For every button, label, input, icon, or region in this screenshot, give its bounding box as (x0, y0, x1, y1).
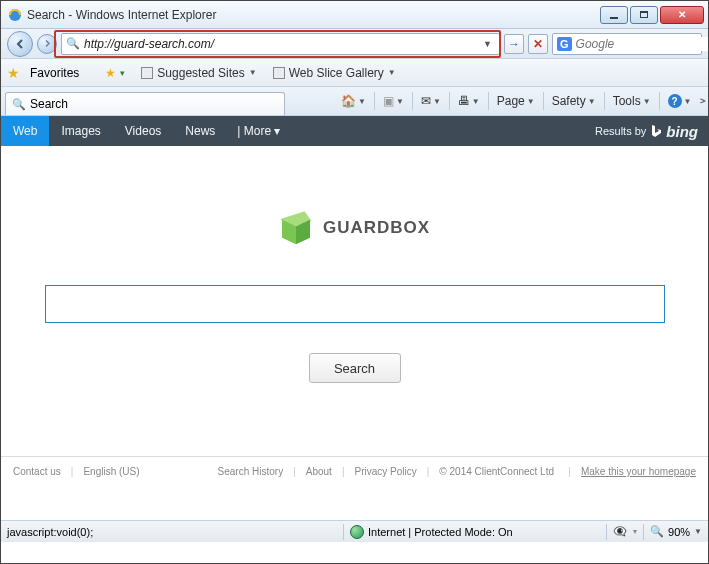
main-search-box[interactable] (45, 285, 665, 323)
footer-contact[interactable]: Contact us (13, 466, 61, 477)
browser-search-box[interactable]: G 🔍 ▾ (552, 33, 702, 55)
page-content: Web Images Videos News | More ▾ Results … (1, 116, 708, 520)
tab-search-icon: 🔍 (12, 98, 26, 111)
favorites-label[interactable]: Favorites (30, 66, 79, 80)
page-label: Page (497, 94, 525, 108)
forward-button[interactable] (37, 34, 57, 54)
close-button[interactable]: ✕ (660, 6, 704, 24)
security-zone[interactable]: Internet | Protected Mode: On (350, 525, 513, 539)
tab-images[interactable]: Images (49, 116, 112, 146)
page-footer: Contact us | English (US) Search History… (1, 456, 708, 486)
web-slice-icon (273, 67, 285, 79)
favorites-suggested-sites[interactable]: Suggested Sites ▼ (137, 64, 260, 82)
footer-language[interactable]: English (US) (83, 466, 139, 477)
bing-icon (650, 124, 662, 138)
zoom-icon: 🔍 (650, 525, 664, 538)
globe-icon (350, 525, 364, 539)
tab-news[interactable]: News (173, 116, 227, 146)
footer-copyright: © 2014 ClientConnect Ltd (439, 466, 554, 477)
suggested-sites-label: Suggested Sites (157, 66, 244, 80)
favorites-web-slice[interactable]: Web Slice Gallery ▼ (269, 64, 400, 82)
navigation-bar: 🔍 ▼ → ✕ G 🔍 ▾ (1, 29, 708, 59)
safety-label: Safety (552, 94, 586, 108)
footer-history[interactable]: Search History (218, 466, 284, 477)
tab-title: Search (30, 97, 68, 111)
command-bar: 🏠▼ ▣▼ ✉▼ 🖶▼ Page▼ Safety▼ Tools▼ ?▼ >> (301, 87, 708, 115)
page-menu[interactable]: Page▼ (493, 92, 539, 110)
mail-icon: ✉ (421, 94, 431, 108)
go-button[interactable]: → (504, 34, 524, 54)
tab-strip: 🔍 Search (1, 87, 301, 115)
bing-logo-text: bing (666, 123, 698, 140)
privacy-icon[interactable]: 👁‍🗨 (613, 525, 627, 538)
rss-icon: ▣ (383, 94, 394, 108)
help-icon: ? (668, 94, 682, 108)
stop-button[interactable]: ✕ (528, 34, 548, 54)
status-bar: javascript:void(0); Internet | Protected… (1, 520, 708, 542)
zoom-level: 90% (668, 526, 690, 538)
browser-search-input[interactable] (576, 37, 709, 51)
footer-make-homepage[interactable]: Make this your homepage (581, 466, 696, 477)
print-button[interactable]: 🖶▼ (454, 92, 484, 110)
search-button[interactable]: Search (309, 353, 401, 383)
maximize-button[interactable] (630, 6, 658, 24)
security-zone-label: Internet | Protected Mode: On (368, 526, 513, 538)
mail-button[interactable]: ✉▼ (417, 92, 445, 110)
zoom-control[interactable]: 🔍 90% ▼ (650, 525, 702, 538)
results-by-bing: Results by bing (595, 123, 698, 140)
page-tab[interactable]: 🔍 Search (5, 92, 285, 115)
search-main-area: GUARDBOX Search Contact us | English (US… (1, 146, 708, 486)
home-icon: 🏠 (341, 94, 356, 108)
search-icon: 🔍 (66, 37, 80, 50)
footer-privacy[interactable]: Privacy Policy (355, 466, 417, 477)
web-slice-label: Web Slice Gallery (289, 66, 384, 80)
tools-label: Tools (613, 94, 641, 108)
print-icon: 🖶 (458, 94, 470, 108)
help-button[interactable]: ?▼ (664, 92, 696, 110)
window-title: Search - Windows Internet Explorer (27, 8, 600, 22)
home-button[interactable]: 🏠▼ (337, 92, 370, 110)
search-category-nav: Web Images Videos News | More ▾ Results … (1, 116, 708, 146)
guardbox-logo-icon (279, 211, 313, 245)
results-by-label: Results by (595, 125, 646, 137)
minimize-button[interactable] (600, 6, 628, 24)
brand-row: GUARDBOX (279, 211, 430, 245)
address-bar[interactable]: 🔍 ▼ (61, 33, 500, 55)
suggested-sites-icon (141, 67, 153, 79)
chevron-down-icon: ▼ (249, 68, 257, 77)
google-icon: G (557, 37, 572, 51)
favorites-star-icon[interactable]: ★ (7, 65, 20, 81)
ie-icon (7, 7, 23, 23)
url-input[interactable] (84, 37, 480, 51)
tab-more[interactable]: | More ▾ (227, 124, 290, 138)
overflow-chevron-icon[interactable]: >> (699, 96, 702, 106)
window-titlebar: Search - Windows Internet Explorer ✕ (1, 1, 708, 29)
footer-about[interactable]: About (306, 466, 332, 477)
brand-name: GUARDBOX (323, 218, 430, 238)
address-dropdown-icon[interactable]: ▼ (480, 39, 495, 49)
safety-menu[interactable]: Safety▼ (548, 92, 600, 110)
chevron-down-icon: ▼ (388, 68, 396, 77)
tab-videos[interactable]: Videos (113, 116, 173, 146)
status-text: javascript:void(0); (7, 526, 337, 538)
tools-menu[interactable]: Tools▼ (609, 92, 655, 110)
add-favorite-button[interactable]: ★▾ (101, 64, 129, 82)
feeds-button[interactable]: ▣▼ (379, 92, 408, 110)
favorites-bar: ★ Favorites ★▾ Suggested Sites ▼ Web Sli… (1, 59, 708, 87)
main-search-input[interactable] (54, 290, 656, 318)
tab-web[interactable]: Web (1, 116, 49, 146)
back-button[interactable] (7, 31, 33, 57)
